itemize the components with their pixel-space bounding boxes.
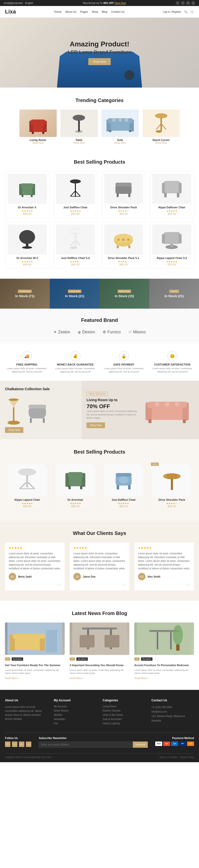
cat-link-lighting[interactable]: Interior Lighting: [103, 722, 145, 725]
best-selling-section-2: Best Selling Products ♡ Alppa Lapped Cha…: [0, 439, 199, 521]
banner-lighting[interactable]: Lighting In Stock (21): [149, 279, 199, 309]
svg-point-76: [155, 402, 159, 406]
product-dr-armchair-x[interactable]: Dr Armchair X ★★★★★ $90.00: [5, 171, 49, 218]
bar-stool-black-svg: [68, 178, 83, 200]
best-product-daffline[interactable]: ♡ Just Daffline Chair ★★★★★ $55.00: [102, 461, 146, 510]
nav-about[interactable]: About Us: [65, 10, 76, 13]
bar-stool-2-svg: [15, 468, 40, 493]
living-room-shop[interactable]: Shop Now: [19, 142, 57, 144]
brand-furnico[interactable]: ❋ Furnico: [103, 329, 121, 335]
svg-point-79: [18, 469, 36, 475]
blog-post-3[interactable]: 27 By Admin Accent Furniture To Personal…: [134, 622, 194, 680]
nav-blog[interactable]: Blog: [102, 10, 107, 13]
best-product-shoulder[interactable]: SALE ♡ Drive Shoulder Pack ★★★★☆ $44.50: [150, 461, 194, 510]
product-dr-armchair-w3[interactable]: Dr Armchair W-3 ★★★★★ $40.50: [5, 222, 49, 269]
best-selling-title: Best Selling Products: [5, 159, 194, 165]
nav-shop[interactable]: Shop: [92, 10, 98, 13]
twitter-icon[interactable]: t: [181, 1, 185, 5]
best-daffline-name: Just Daffline Chair: [104, 498, 143, 501]
banner-luxury-sofa[interactable]: Luxury Sofa In Stock (21): [50, 279, 100, 309]
best-product-dr-armchair[interactable]: ♡ Dr Armchair ★★★★★ $45.00: [53, 461, 98, 510]
nav-pages[interactable]: Pages: [80, 10, 88, 13]
terms-link[interactable]: Terms & Condition: [159, 756, 177, 758]
cart-icon[interactable]: 🛒: [191, 10, 194, 13]
nav-contact[interactable]: Contact Us: [111, 10, 124, 13]
wishlist-icon-2[interactable]: ♡: [93, 463, 95, 467]
product-drive-shoulder-pack[interactable]: Drive Shoulder Pack ★★★★☆ $55.00: [102, 171, 146, 218]
pinterest-icon[interactable]: p: [191, 1, 195, 5]
blog-post-1[interactable]: 25 By Admin Get Your Furniture Ready For…: [5, 622, 65, 680]
wishlist-icon-3[interactable]: ♡: [141, 463, 144, 467]
login-link[interactable]: Log In / Register: [163, 10, 181, 13]
svg-rect-103: [12, 634, 45, 639]
alppa-lapped-02-stars: ★★★★★: [152, 260, 191, 263]
logo[interactable]: Lixa: [5, 8, 16, 15]
banner-baby-swing[interactable]: Baby Swing In Stock (15): [100, 279, 149, 309]
product-just-daffline-55[interactable]: Just Daffline Chair 5-5 ★★★★☆ $45.50: [53, 222, 98, 269]
svg-rect-92: [117, 485, 119, 490]
footer-facebook-icon[interactable]: f: [5, 742, 10, 747]
blog-post-3-read-more[interactable]: Read More +: [134, 677, 149, 680]
wishlist-icon-4[interactable]: ♡: [189, 463, 192, 467]
category-sofa[interactable]: Sofa Shop Now: [102, 110, 139, 144]
drive-shoulder-51-stars: ★★★★☆: [104, 260, 143, 263]
product-alppa-lapped-02[interactable]: Alppa Lapped Chair 0-2 ★★★★★ $70.50: [150, 222, 194, 269]
svg-point-78: [175, 402, 180, 406]
newsletter-form: Subscribe: [39, 742, 148, 748]
account-link-my-account[interactable]: My Account: [54, 705, 96, 708]
sale-shop-button[interactable]: Shop Now: [87, 423, 105, 428]
svg-line-50: [76, 241, 80, 246]
cat-link-kitchen[interactable]: Kitchen Utensils: [103, 709, 145, 712]
blog-post-2-read-more[interactable]: Read More +: [70, 677, 84, 680]
cat-link-sofa[interactable]: Sofa & Armchairs: [103, 718, 145, 720]
best-product-alppa[interactable]: ♡ Alppa Lapped Chair ★★★★★ $90.00: [5, 461, 49, 510]
account-link-fax[interactable]: Fax: [54, 722, 96, 725]
table-shop[interactable]: Shop Now: [61, 142, 98, 144]
footer-pinterest-icon[interactable]: p: [26, 742, 31, 747]
blog-post-1-read-more[interactable]: Read More +: [5, 677, 19, 680]
chalkatone-shop-button[interactable]: Shop Now: [5, 427, 24, 433]
footer-instagram-icon[interactable]: in: [19, 742, 25, 747]
blog-post-2[interactable]: 26 By Admin 4 Important Decorating You S…: [70, 622, 129, 680]
newsletter-email-input[interactable]: [39, 742, 133, 748]
best-products-row: ♡ Alppa Lapped Chair ★★★★★ $90.00 ♡: [5, 461, 194, 510]
stand-corner-name: Stand Corner: [143, 138, 180, 142]
stand-corner-shop[interactable]: Shop Now: [143, 142, 180, 144]
account-link-newsletter[interactable]: Newsletter: [54, 718, 96, 720]
account-link-order-history[interactable]: Order History: [54, 709, 96, 712]
blog-post-2-meta: 26 By Admin: [70, 657, 129, 662]
sofa-shop[interactable]: Shop Now: [102, 142, 139, 144]
account-link-wishlist[interactable]: Wishlist: [54, 714, 96, 716]
instagram-icon[interactable]: in: [186, 1, 190, 5]
category-table[interactable]: Table Shop Now: [61, 110, 98, 144]
product-just-daffline-chair[interactable]: Just Daffline Chair ★★★★★ $45.00: [53, 171, 98, 218]
svg-rect-59: [162, 234, 165, 244]
privacy-link[interactable]: Privacy Policy: [180, 756, 194, 758]
category-living-room[interactable]: Living Room Shop Now: [19, 110, 57, 144]
brand-misoco[interactable]: ✧ Misoco: [128, 329, 146, 335]
category-stand-corner[interactable]: Stand Corner Shop Now: [143, 110, 180, 144]
brand-zeslon[interactable]: ✦ Zeslon: [53, 329, 70, 335]
product-alppa-daffover-chair[interactable]: Alppa Daffover Chair ★★★★★ $44.50: [150, 171, 194, 218]
brand-dexton[interactable]: ◈ Dexton: [78, 329, 95, 335]
footer-twitter-icon[interactable]: t: [12, 742, 17, 747]
shop-now-promo[interactable]: Shop Now: [115, 2, 126, 4]
cat-link-chair[interactable]: Chair & Bar Stools: [103, 714, 145, 716]
svg-rect-74: [149, 420, 152, 423]
svg-line-82: [28, 483, 35, 489]
search-icon[interactable]: 🔍: [184, 10, 188, 13]
hero-shop-button[interactable]: Shop Now: [88, 58, 111, 65]
svg-rect-84: [68, 476, 83, 486]
language-selector[interactable]: English: [25, 2, 33, 4]
product-drive-shoulder-51[interactable]: Drive Shoulder Pack 5-1 ★★★★☆ $45.50: [102, 222, 146, 269]
testimonial-2-avatar: JD: [73, 573, 81, 580]
sofa-svg: [107, 115, 134, 132]
best-armchair-name: Dr Armchair: [56, 498, 95, 501]
newsletter-subscribe-button[interactable]: Subscribe: [133, 742, 148, 748]
svg-rect-42: [177, 193, 180, 197]
banner-comfortable[interactable]: Comfortable In Stock (71): [0, 279, 50, 309]
facebook-icon[interactable]: f: [175, 1, 180, 5]
cat-link-living-room[interactable]: Living Room: [103, 705, 145, 708]
wishlist-icon-1[interactable]: ♡: [44, 463, 47, 467]
nav-home[interactable]: Home: [54, 10, 62, 13]
